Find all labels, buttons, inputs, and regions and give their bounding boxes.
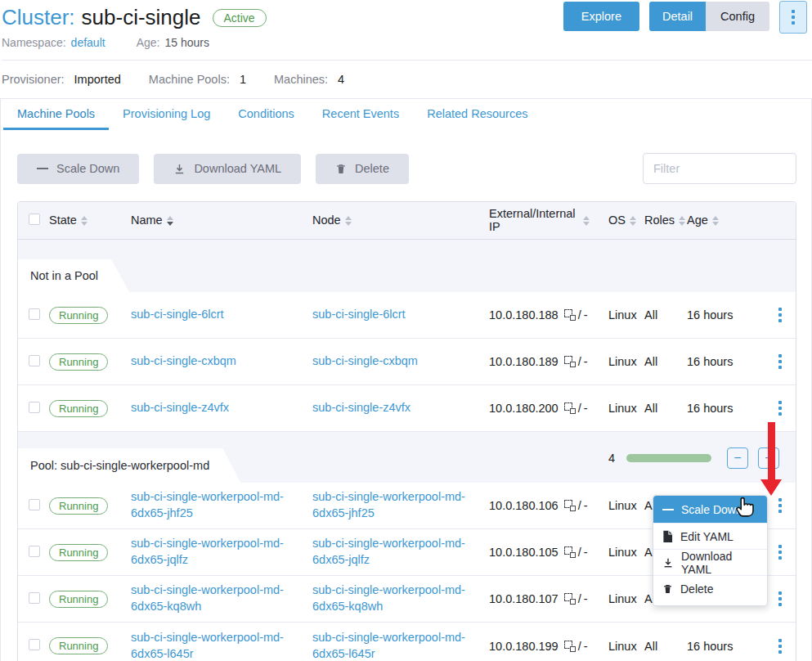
row-kebab-menu-button[interactable] <box>764 401 796 416</box>
machine-name-link[interactable]: sub-ci-single-6lcrt <box>131 307 224 323</box>
copy-icon[interactable] <box>564 309 576 321</box>
namespace-label: Namespace: <box>2 36 66 49</box>
state-badge: Running <box>49 307 108 324</box>
os-value: Linux <box>608 592 644 605</box>
ip-separator: / <box>578 546 581 559</box>
external-ip: 10.0.180.107 <box>489 592 559 605</box>
internal-ip: - <box>584 308 588 322</box>
machine-name-link[interactable]: sub-ci-single-z4vfx <box>131 400 229 416</box>
external-ip: 10.0.180.199 <box>489 640 559 653</box>
internal-ip: - <box>584 355 588 368</box>
status-badge: Active <box>213 9 267 27</box>
column-header-age[interactable]: Age <box>687 214 764 227</box>
detail-button[interactable]: Detail <box>649 2 706 31</box>
group-header-workerpool: Pool: sub-ci-single-workerpool-md 4 − + <box>18 432 796 483</box>
row-checkbox[interactable] <box>29 355 40 366</box>
namespace-link[interactable]: default <box>71 36 105 49</box>
copy-icon[interactable] <box>564 402 576 414</box>
internal-ip: - <box>584 546 588 559</box>
column-header-name[interactable]: Name <box>131 214 312 227</box>
machine-name-link[interactable]: sub-ci-single-cxbqm <box>131 353 236 370</box>
column-header-os[interactable]: OS <box>608 214 644 227</box>
menu-item-delete[interactable]: Delete <box>653 575 767 601</box>
kebab-menu-icon <box>778 401 782 416</box>
provisioner-value: Imported <box>74 73 121 86</box>
pool-scale-controls: 4 − + <box>608 447 779 469</box>
node-link[interactable]: sub-ci-single-6lcrt <box>312 307 406 323</box>
column-header-node[interactable]: Node <box>312 214 489 227</box>
scale-down-pool-button[interactable]: − <box>727 447 748 469</box>
config-button[interactable]: Config <box>706 2 769 31</box>
pool-scale-count: 4 <box>608 452 615 465</box>
machine-name-link[interactable]: sub-ci-single-workerpool-md-6dx65-kq8wh <box>131 582 299 614</box>
column-header-roles[interactable]: Roles <box>644 214 687 227</box>
node-link[interactable]: sub-ci-single-workerpool-md-6dx65-l645r <box>312 630 481 661</box>
os-value: Linux <box>608 402 644 415</box>
tab-related-resources[interactable]: Related Resources <box>413 99 541 130</box>
column-header-ip[interactable]: External/Internal IP <box>489 208 608 234</box>
row-checkbox[interactable] <box>29 546 40 557</box>
tab-machine-pools[interactable]: Machine Pools <box>3 99 109 130</box>
row-checkbox[interactable] <box>29 499 40 510</box>
age-value: 16 hours <box>687 640 764 653</box>
cluster-info-bar: Provisioner: Imported Machine Pools: 1 M… <box>0 61 812 98</box>
select-all-checkbox[interactable] <box>29 214 40 225</box>
node-link[interactable]: sub-ci-single-workerpool-md-6dx65-jhf25 <box>312 489 481 521</box>
sort-icon <box>167 216 173 226</box>
copy-icon[interactable] <box>564 641 576 652</box>
divider <box>2 60 812 61</box>
tab-recent-events[interactable]: Recent Events <box>308 99 413 130</box>
copy-icon[interactable] <box>564 500 576 511</box>
state-badge: Running <box>49 591 108 608</box>
tab-conditions[interactable]: Conditions <box>224 99 308 130</box>
roles-value: All <box>644 355 687 368</box>
copy-icon[interactable] <box>564 593 576 605</box>
state-badge: Running <box>49 544 108 561</box>
external-ip: 10.0.180.106 <box>489 499 559 512</box>
column-header-state[interactable]: State <box>49 214 131 227</box>
roles-value: All <box>644 308 687 322</box>
ip-separator: / <box>578 355 581 368</box>
row-kebab-menu-button[interactable] <box>764 498 796 513</box>
row-checkbox[interactable] <box>29 592 40 604</box>
os-value: Linux <box>608 499 644 512</box>
tab-provisioning-log[interactable]: Provisioning Log <box>109 99 224 130</box>
row-kebab-menu-button[interactable] <box>764 591 796 606</box>
node-link[interactable]: sub-ci-single-workerpool-md-6dx65-kq8wh <box>312 582 481 614</box>
sort-icon <box>345 216 352 226</box>
filter-input[interactable] <box>643 153 796 184</box>
download-yaml-button[interactable]: Download YAML <box>154 154 301 184</box>
external-ip: 10.0.180.189 <box>489 355 559 368</box>
machine-name-link[interactable]: sub-ci-single-workerpool-md-6dx65-l645r <box>131 630 299 661</box>
page-header: Cluster: sub-ci-single Active Namespace:… <box>0 0 812 61</box>
external-ip: 10.0.180.200 <box>489 402 559 415</box>
row-checkbox[interactable] <box>29 639 40 650</box>
kebab-menu-icon <box>778 498 782 513</box>
copy-icon[interactable] <box>564 356 576 367</box>
node-link[interactable]: sub-ci-single-cxbqm <box>312 353 418 370</box>
scale-down-button[interactable]: Scale Down <box>17 154 139 184</box>
minus-icon <box>37 168 48 169</box>
row-kebab-menu-button[interactable] <box>764 639 796 654</box>
machine-name-link[interactable]: sub-ci-single-workerpool-md-6dx65-jhf25 <box>131 489 299 521</box>
kebab-menu-icon <box>778 545 782 560</box>
copy-icon[interactable] <box>564 546 576 558</box>
machine-name-link[interactable]: sub-ci-single-workerpool-md-6dx65-jqlfz <box>131 536 299 568</box>
tab-bar: Machine Pools Provisioning Log Condition… <box>1 99 811 130</box>
node-link[interactable]: sub-ci-single-z4vfx <box>312 400 410 416</box>
external-ip: 10.0.180.188 <box>489 308 559 322</box>
menu-item-edit-yaml[interactable]: Edit YAML <box>653 523 767 549</box>
state-badge: Running <box>49 353 108 371</box>
explore-button[interactable]: Explore <box>563 2 639 31</box>
delete-button[interactable]: Delete <box>316 154 409 184</box>
row-kebab-menu-button[interactable] <box>764 545 796 560</box>
header-kebab-menu-button[interactable] <box>779 1 807 34</box>
row-checkbox[interactable] <box>29 308 40 320</box>
row-checkbox[interactable] <box>29 402 40 413</box>
kebab-menu-icon <box>778 308 782 322</box>
row-kebab-menu-button[interactable] <box>764 354 796 369</box>
node-link[interactable]: sub-ci-single-workerpool-md-6dx65-jqlfz <box>312 536 481 568</box>
row-kebab-menu-button[interactable] <box>764 308 796 322</box>
menu-item-download-yaml[interactable]: Download YAML <box>653 549 767 575</box>
internal-ip: - <box>584 499 588 512</box>
